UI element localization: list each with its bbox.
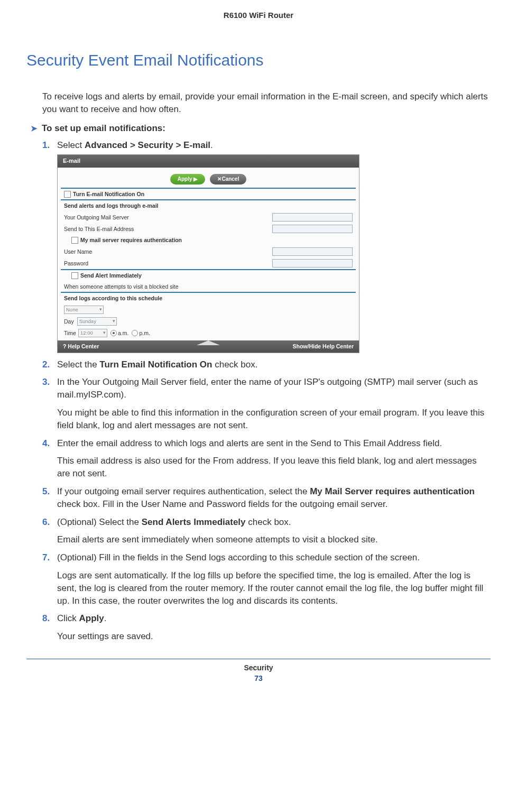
- panel-title: E-mail: [58, 155, 359, 167]
- apply-bold: Apply: [79, 613, 104, 623]
- step-2: 2. Select the Turn Email Notification On…: [42, 358, 491, 371]
- alert-desc: When someone attempts to visit a blocked…: [61, 281, 356, 293]
- step-text: This email address is also used for the …: [57, 455, 491, 480]
- expand-icon[interactable]: [197, 340, 220, 345]
- footer-section: Security: [26, 663, 491, 672]
- day-label: Day: [64, 318, 74, 326]
- menu-path: Advanced > Security > E-mail: [85, 140, 210, 150]
- schedule-section-label: Send logs according to this schedule: [61, 293, 356, 304]
- help-center-link[interactable]: ? Help Center: [63, 343, 99, 350]
- auth-bold: My Mail Server requires authentication: [310, 486, 475, 496]
- step-text: (Optional) Fill in the fields in the Sen…: [57, 552, 420, 562]
- am-label: a.m.: [118, 329, 128, 337]
- send-to-input[interactable]: [272, 225, 353, 233]
- send-to-label: Send to This E-mail Address: [64, 225, 272, 233]
- step-number: 6.: [42, 516, 50, 529]
- step-number: 2.: [42, 358, 50, 371]
- username-label: User Name: [64, 248, 272, 256]
- step-6: 6. (Optional) Select the Send Alerts Imm…: [42, 516, 491, 547]
- step-text: Select: [57, 140, 85, 150]
- step-number: 8.: [42, 612, 50, 625]
- outgoing-server-input[interactable]: [272, 213, 353, 222]
- am-radio[interactable]: [110, 330, 117, 336]
- step-number: 1.: [42, 139, 50, 152]
- step-8: 8. Click Apply. Your settings are saved.: [42, 612, 491, 643]
- step-number: 7.: [42, 551, 50, 564]
- section-send-alerts: Send alerts and logs through e-mail: [61, 200, 356, 211]
- username-input[interactable]: [272, 247, 353, 256]
- show-hide-help-link[interactable]: Show/Hide Help Center: [292, 343, 354, 350]
- step-text: In the Your Outgoing Mail Server field, …: [57, 377, 478, 400]
- step-number: 3.: [42, 376, 50, 389]
- page-footer: Security 73: [26, 659, 491, 682]
- email-settings-screenshot: E-mail Apply ▶ ✕Cancel Turn E-mail Notif…: [57, 154, 359, 353]
- footer-page-number: 73: [26, 674, 491, 682]
- auth-label: My mail server requires authentication: [80, 236, 182, 244]
- arrow-icon: ➤: [31, 124, 38, 133]
- procedure-heading-text: To set up email notifications:: [42, 123, 165, 133]
- time-label: Time: [64, 329, 76, 337]
- step-5: 5. If your outgoing email server require…: [42, 485, 491, 511]
- schedule-select[interactable]: None: [64, 306, 104, 314]
- step-text: Email alerts are sent immediately when s…: [57, 533, 491, 546]
- pm-label: p.m.: [139, 329, 150, 337]
- cancel-button[interactable]: ✕Cancel: [210, 174, 246, 184]
- password-input[interactable]: [272, 259, 353, 267]
- doc-header: R6100 WiFi Router: [26, 11, 491, 20]
- auth-checkbox[interactable]: [71, 237, 78, 244]
- procedure-heading: ➤To set up email notifications:: [31, 123, 491, 134]
- step-text: Enter the email address to which logs an…: [57, 438, 442, 448]
- outgoing-server-label: Your Outgoing Mail Server: [64, 214, 272, 222]
- step-number: 4.: [42, 437, 50, 450]
- intro-text: To receive logs and alerts by email, pro…: [42, 90, 491, 116]
- send-alerts-bold: Send Alerts Immediately: [142, 517, 246, 527]
- time-select[interactable]: 12:00: [78, 329, 107, 337]
- step-text: Logs are sent automatically. If the log …: [57, 569, 491, 607]
- step-7: 7. (Optional) Fill in the fields in the …: [42, 551, 491, 607]
- step-text: You might be able to find this informati…: [57, 407, 491, 432]
- send-alert-immediately-checkbox[interactable]: [71, 272, 78, 279]
- turn-email-on-label: Turn E-mail Notification On: [73, 190, 144, 198]
- page-title: Security Event Email Notifications: [26, 51, 491, 69]
- step-number: 5.: [42, 485, 50, 498]
- step-1: 1. Select Advanced > Security > E-mail. …: [42, 139, 491, 353]
- day-select[interactable]: Sunday: [77, 317, 117, 326]
- turn-email-on-checkbox[interactable]: [64, 191, 71, 198]
- step-4: 4. Enter the email address to which logs…: [42, 437, 491, 480]
- password-label: Password: [64, 260, 272, 267]
- apply-button[interactable]: Apply ▶: [170, 174, 206, 184]
- turn-email-on-bold: Turn Email Notification On: [99, 359, 212, 370]
- step-3: 3. In the Your Outgoing Mail Server fiel…: [42, 376, 491, 431]
- pm-radio[interactable]: [132, 330, 138, 336]
- step-text: Your settings are saved.: [57, 630, 491, 643]
- send-alert-immediately-label: Send Alert Immediately: [80, 272, 142, 280]
